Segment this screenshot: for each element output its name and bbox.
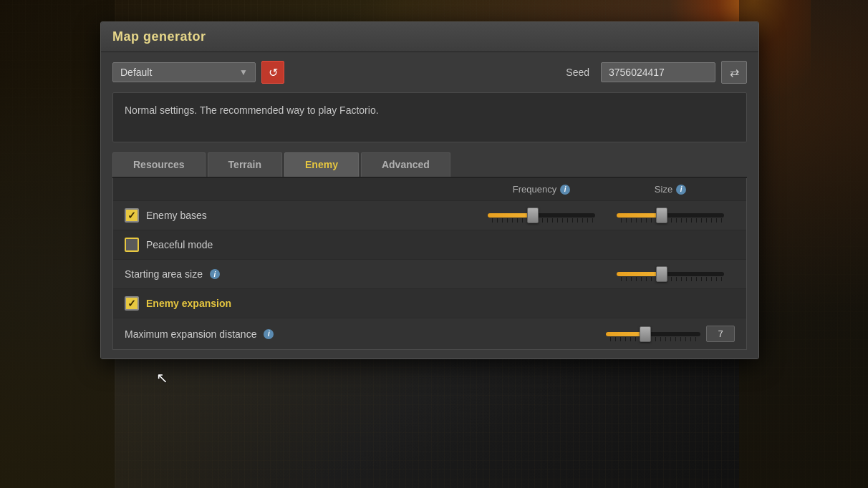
dropdown-arrow-icon: ▼ <box>239 67 248 77</box>
slider-track <box>617 272 724 276</box>
starting-area-label: Starting area size <box>125 268 203 280</box>
description-box: Normal settings. The recommended way to … <box>112 92 747 142</box>
peaceful-mode-row: Peaceful mode <box>113 230 746 260</box>
slider-track <box>617 213 724 218</box>
reset-icon: ↺ <box>269 66 278 79</box>
enemy-bases-label: Enemy bases <box>146 210 207 221</box>
serration-marks <box>488 218 595 223</box>
starting-area-size-cell <box>606 267 735 281</box>
slider-thumb[interactable] <box>640 326 651 342</box>
slider-track <box>606 332 700 336</box>
max-expansion-label-cell: Maximum expansion distance i <box>125 328 477 340</box>
enemy-expansion-label-cell: Enemy expansion <box>125 296 477 311</box>
tab-resources[interactable]: Resources <box>112 152 206 177</box>
frequency-header: Frequency i <box>477 184 606 195</box>
tab-terrain[interactable]: Terrain <box>208 152 282 177</box>
tab-enemy[interactable]: Enemy <box>284 152 359 177</box>
enemy-bases-size-cell <box>606 208 735 223</box>
slider-track <box>488 213 595 218</box>
enemy-expansion-checkbox[interactable] <box>125 296 139 311</box>
slider-thumb[interactable] <box>527 208 539 223</box>
serration-marks <box>606 337 700 341</box>
dialog-content: Default ▼ ↺ Seed ⇄ Normal settings. The … <box>101 52 758 358</box>
max-expansion-row: Maximum expansion distance i 7 <box>113 318 746 349</box>
shuffle-icon: ⇄ <box>730 66 739 79</box>
enemy-expansion-label: Enemy expansion <box>146 298 231 309</box>
max-expansion-size-slider[interactable] <box>606 327 700 341</box>
shuffle-button[interactable]: ⇄ <box>721 61 747 84</box>
dialog-title: Map generator <box>112 29 206 44</box>
enemy-bases-size-slider[interactable] <box>617 208 724 223</box>
enemy-expansion-row: Enemy expansion <box>113 289 746 318</box>
map-generator-dialog: Map generator Default ▼ ↺ Seed ⇄ Normal … <box>100 21 759 359</box>
content-area: Frequency i Size i Enemy bases <box>112 178 747 350</box>
preset-label: Default <box>120 67 152 78</box>
starting-area-size-row: Starting area size i <box>113 260 746 289</box>
max-expansion-info-icon[interactable]: i <box>264 329 274 339</box>
enemy-bases-label-cell: Enemy bases <box>125 208 477 223</box>
seed-input[interactable] <box>601 62 715 82</box>
slider-fill <box>617 272 662 276</box>
preset-seed-row: Default ▼ ↺ Seed ⇄ <box>112 61 747 84</box>
slider-thumb[interactable] <box>656 266 667 282</box>
enemy-bases-frequency-cell <box>477 208 606 223</box>
serration-marks <box>617 218 724 223</box>
size-header: Size i <box>606 184 735 195</box>
max-expansion-size-cell: 7 <box>606 326 735 342</box>
tab-advanced[interactable]: Advanced <box>361 152 450 177</box>
settings-header: Frequency i Size i <box>113 178 746 201</box>
enemy-bases-row: Enemy bases <box>113 201 746 230</box>
preset-dropdown[interactable]: Default ▼ <box>112 62 256 82</box>
starting-area-size-slider[interactable] <box>617 267 724 281</box>
slider-fill <box>617 213 662 218</box>
peaceful-mode-checkbox[interactable] <box>125 238 139 252</box>
peaceful-mode-label: Peaceful mode <box>146 239 213 250</box>
frequency-info-icon[interactable]: i <box>560 185 570 195</box>
enemy-bases-checkbox[interactable] <box>125 208 139 223</box>
size-info-icon[interactable]: i <box>676 185 686 195</box>
tabs-row: Resources Terrain Enemy Advanced <box>112 152 747 178</box>
seed-label: Seed <box>566 67 589 78</box>
description-text: Normal settings. The recommended way to … <box>125 104 379 116</box>
dialog-titlebar: Map generator <box>101 22 758 52</box>
enemy-bases-frequency-slider[interactable] <box>488 208 595 223</box>
reset-button[interactable]: ↺ <box>261 61 284 84</box>
starting-area-info-icon[interactable]: i <box>210 269 220 279</box>
starting-area-label-cell: Starting area size i <box>125 268 477 280</box>
slider-fill <box>488 213 533 218</box>
serration-marks <box>617 277 724 281</box>
max-expansion-value-box: 7 <box>706 326 735 342</box>
peaceful-mode-label-cell: Peaceful mode <box>125 238 477 252</box>
max-expansion-label: Maximum expansion distance <box>125 328 256 340</box>
slider-thumb[interactable] <box>656 208 667 223</box>
